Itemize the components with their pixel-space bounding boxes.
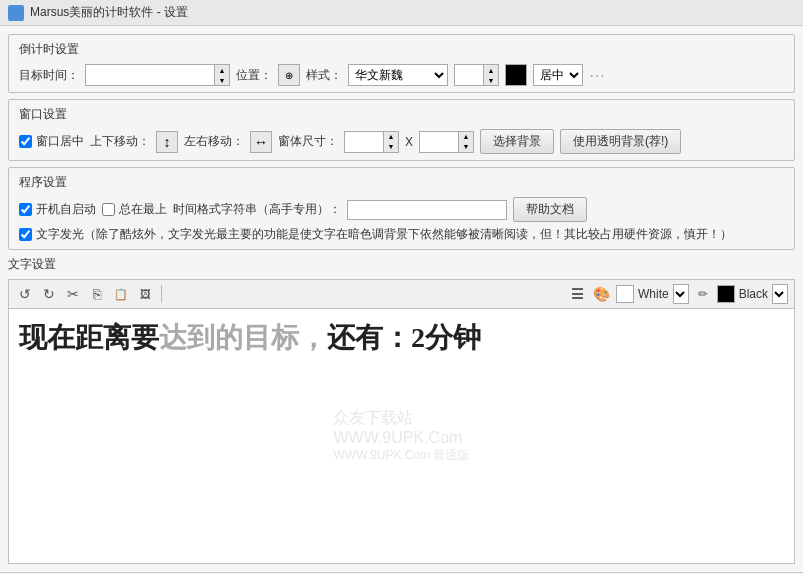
startup-label: 开机自启动 xyxy=(36,201,96,218)
target-time-field[interactable]: 2112年9月3日 0:00:00 ▲ ▼ xyxy=(85,64,230,86)
title-bar-text: Marsus美丽的计时软件 - 设置 xyxy=(30,4,188,21)
height-spin-up[interactable]: ▲ xyxy=(459,132,473,142)
text-section: 文字设置 ↺ ↻ ✂ ⎘ 📋 🖼 ☰ 🎨 White ▼ ✏ xyxy=(8,256,795,564)
glow-checkbox[interactable] xyxy=(19,228,32,241)
position-icon[interactable]: ⊕ xyxy=(278,64,300,86)
align-left-icon[interactable]: ☰ xyxy=(568,284,588,304)
topmost-checkbox[interactable] xyxy=(102,203,115,216)
color-sphere-icon[interactable]: 🎨 xyxy=(592,284,612,304)
glow-checkbox-row: 文字发光（除了酷炫外，文字发光最主要的功能是使文字在暗色调背景下依然能够被清晰阅… xyxy=(19,226,732,243)
width-spin[interactable]: ▲ ▼ xyxy=(384,131,399,153)
font-size-field[interactable]: 30 ▲ ▼ xyxy=(454,64,499,86)
image-icon[interactable]: 🖼 xyxy=(135,284,155,304)
select-bg-button[interactable]: 选择背景 xyxy=(480,129,554,154)
paste-icon[interactable]: 📋 xyxy=(111,284,131,304)
countdown-title: 倒计时设置 xyxy=(19,41,784,58)
program-title: 程序设置 xyxy=(19,174,784,191)
text-toolbar: ↺ ↻ ✂ ⎘ 📋 🖼 ☰ 🎨 White ▼ ✏ Black ▼ xyxy=(8,279,795,308)
cut-icon[interactable]: ✂ xyxy=(63,284,83,304)
move-lr-icon[interactable]: ↔ xyxy=(250,131,272,153)
center-checkbox-row: 窗口居中 xyxy=(19,133,84,150)
font-select[interactable]: 华文新魏 xyxy=(348,64,448,86)
width-spin-down[interactable]: ▼ xyxy=(384,142,398,152)
undo-icon[interactable]: ↺ xyxy=(15,284,35,304)
copy-icon[interactable]: ⎘ xyxy=(87,284,107,304)
startup-checkbox-row: 开机自启动 xyxy=(19,201,96,218)
bg-color-select[interactable]: ▼ xyxy=(673,284,689,304)
countdown-section: 倒计时设置 目标时间： 2112年9月3日 0:00:00 ▲ ▼ 位置： ⊕ … xyxy=(8,34,795,93)
move-ud-icon[interactable]: ↕ xyxy=(156,131,178,153)
center-label: 窗口居中 xyxy=(36,133,84,150)
preview-area: 众友下载站 WWW.9UPK.Com WWW.9UPK.Com 普通版 现在距离… xyxy=(8,308,795,564)
time-spin-up[interactable]: ▲ xyxy=(215,65,229,75)
size-spin-down[interactable]: ▼ xyxy=(484,75,498,85)
size-x-label: X xyxy=(405,135,413,149)
fg-color-label: Black xyxy=(739,287,768,301)
main-container: 倒计时设置 目标时间： 2112年9月3日 0:00:00 ▲ ▼ 位置： ⊕ … xyxy=(0,26,803,572)
time-spin-down[interactable]: ▼ xyxy=(215,75,229,85)
title-bar: Marsus美丽的计时软件 - 设置 xyxy=(0,0,803,26)
width-spin-up[interactable]: ▲ xyxy=(384,132,398,142)
size-spin-up[interactable]: ▲ xyxy=(484,65,498,75)
size-label: 窗体尺寸： xyxy=(278,133,338,150)
height-spin-down[interactable]: ▼ xyxy=(459,142,473,152)
width-field[interactable]: 800 ▲ ▼ xyxy=(344,131,399,153)
help-button[interactable]: 帮助文档 xyxy=(513,197,587,222)
topmost-checkbox-row: 总在最上 xyxy=(102,201,167,218)
text-settings-title: 文字设置 xyxy=(8,256,795,273)
time-format-label: 时间格式字符串（高手专用）： xyxy=(173,201,341,218)
height-spin[interactable]: ▲ ▼ xyxy=(459,131,474,153)
window-section: 窗口设置 窗口居中 上下移动： ↕ 左右移动： ↔ 窗体尺寸： 800 ▲ ▼ … xyxy=(8,99,795,161)
position-label: 位置： xyxy=(236,67,272,84)
height-field[interactable]: 160 ▲ ▼ xyxy=(419,131,474,153)
window-title: 窗口设置 xyxy=(19,106,784,123)
program-section: 程序设置 开机自启动 总在最上 时间格式字符串（高手专用）： d'天'hh'小时… xyxy=(8,167,795,250)
watermark-text: 众友下载站 WWW.9UPK.Com WWW.9UPK.Com 普通版 xyxy=(333,408,469,464)
target-time-label: 目标时间： xyxy=(19,67,79,84)
bg-color-box[interactable] xyxy=(616,285,634,303)
glow-label: 文字发光（除了酷炫外，文字发光最主要的功能是使文字在暗色调背景下依然能够被清晰阅… xyxy=(36,226,732,243)
app-icon xyxy=(8,5,24,21)
target-time-spin[interactable]: ▲ ▼ xyxy=(215,64,230,86)
target-time-input[interactable]: 2112年9月3日 0:00:00 xyxy=(85,64,215,86)
edit-icon[interactable]: ✏ xyxy=(693,284,713,304)
preview-text: 现在距离要达到的目标，还有：2分钟 xyxy=(19,319,481,357)
font-size-input[interactable]: 30 xyxy=(454,64,484,86)
fg-color-box[interactable] xyxy=(717,285,735,303)
align-select[interactable]: 居中 xyxy=(533,64,583,86)
center-checkbox[interactable] xyxy=(19,135,32,148)
redo-icon[interactable]: ↻ xyxy=(39,284,59,304)
time-format-input[interactable]: d'天'hh'小时'mm'分'ss'秒' xyxy=(347,200,507,220)
style-label: 样式： xyxy=(306,67,342,84)
bg-color-label: White xyxy=(638,287,669,301)
topmost-label: 总在最上 xyxy=(119,201,167,218)
startup-checkbox[interactable] xyxy=(19,203,32,216)
transparent-bg-button[interactable]: 使用透明背景(荐!) xyxy=(560,129,681,154)
right-toolbar: ☰ 🎨 White ▼ ✏ Black ▼ xyxy=(568,284,788,304)
move-ud-label: 上下移动： xyxy=(90,133,150,150)
fg-color-select[interactable]: ▼ xyxy=(772,284,788,304)
extra-chevron[interactable]: ⋯ xyxy=(589,66,605,85)
font-size-spin[interactable]: ▲ ▼ xyxy=(484,64,499,86)
width-input[interactable]: 800 xyxy=(344,131,384,153)
move-lr-label: 左右移动： xyxy=(184,133,244,150)
font-color-box[interactable] xyxy=(505,64,527,86)
toolbar-sep-1 xyxy=(161,285,162,303)
height-input[interactable]: 160 xyxy=(419,131,459,153)
